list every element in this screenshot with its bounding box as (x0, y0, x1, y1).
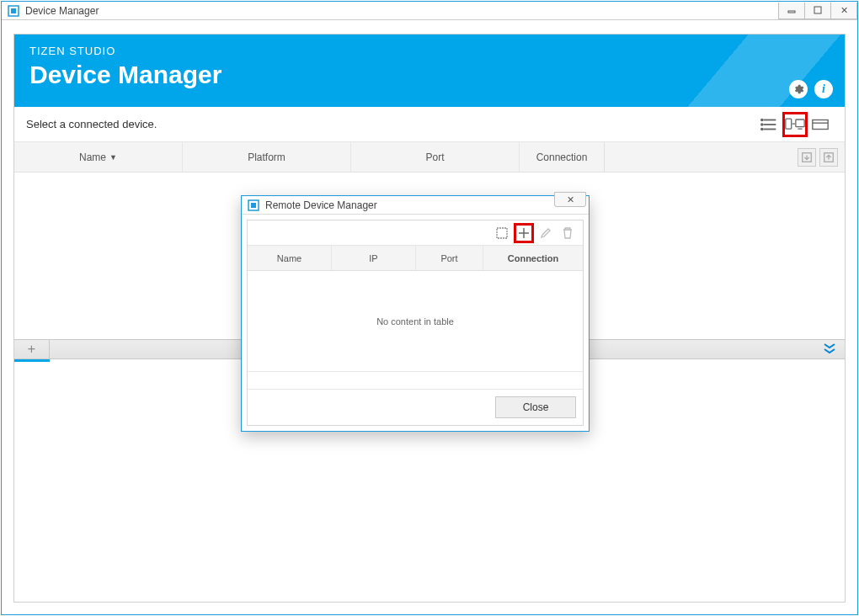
window-title: Device Manager (25, 5, 779, 17)
svg-rect-3 (814, 7, 821, 13)
table-side-buttons (605, 142, 845, 172)
svg-rect-12 (796, 119, 804, 127)
remote-device-dialog-wrap: ✕ Remote Device Manager (241, 192, 590, 432)
dialog-col-connection[interactable]: Connection (483, 246, 583, 270)
sort-caret-icon: ▼ (109, 153, 117, 162)
svg-rect-14 (813, 119, 828, 129)
add-tab-button[interactable]: + (14, 340, 50, 358)
dialog-col-ip[interactable]: IP (332, 246, 416, 270)
app-icon (7, 4, 20, 18)
dialog-body: Name IP Port Connection No content in ta… (247, 220, 584, 426)
dialog-col-port[interactable]: Port (416, 246, 483, 270)
list-view-icon[interactable] (757, 112, 782, 137)
toolbar: Select a connected device. (14, 107, 845, 142)
svg-rect-20 (497, 228, 507, 238)
svg-rect-19 (251, 203, 256, 208)
dialog-col-name[interactable]: Name (248, 246, 332, 270)
settings-button[interactable] (789, 80, 808, 98)
minimize-button[interactable] (778, 3, 805, 19)
emulator-manager-icon[interactable] (808, 112, 833, 137)
col-name[interactable]: Name ▼ (14, 142, 183, 172)
dialog-title: Remote Device Manager (265, 199, 377, 211)
export-icon[interactable] (819, 148, 838, 167)
active-tab-underline (14, 359, 50, 362)
dialog-toolbar (248, 220, 583, 246)
toolbar-prompt: Select a connected device. (26, 118, 157, 130)
remote-device-manager-button[interactable] (782, 112, 808, 137)
add-device-button[interactable] (514, 223, 534, 243)
dialog-footer: Close (248, 389, 583, 425)
remote-device-dialog: Remote Device Manager Name IP (241, 195, 590, 432)
svg-point-7 (761, 119, 763, 120)
svg-rect-1 (11, 8, 16, 13)
close-button[interactable]: ✕ (830, 3, 857, 19)
info-button[interactable]: i (814, 80, 833, 98)
dialog-app-icon (247, 199, 260, 212)
delete-device-icon[interactable] (558, 223, 578, 243)
titlebar: Device Manager ✕ (2, 2, 857, 20)
maximize-button[interactable] (804, 3, 831, 19)
import-icon[interactable] (798, 148, 816, 167)
svg-point-9 (761, 128, 763, 130)
scan-devices-icon[interactable] (492, 223, 512, 243)
hero-banner: TIZEN STUDIO Device Manager i (14, 35, 845, 107)
col-connection[interactable]: Connection (520, 142, 604, 172)
dialog-empty-text: No content in table (248, 271, 583, 372)
dialog-window-close-button[interactable]: ✕ (554, 192, 586, 207)
svg-rect-10 (786, 119, 792, 129)
svg-point-8 (761, 124, 763, 125)
edit-device-icon[interactable] (536, 223, 556, 243)
dialog-close-button[interactable]: Close (495, 396, 576, 418)
hero-title: Device Manager (29, 61, 830, 89)
window-buttons: ✕ (779, 3, 857, 19)
device-table-header: Name ▼ Platform Port Connection (14, 142, 845, 173)
hero-subtitle: TIZEN STUDIO (29, 45, 830, 57)
dialog-titlebar: Remote Device Manager (242, 196, 589, 215)
dialog-table-header: Name IP Port Connection (248, 246, 583, 271)
collapse-chevrons-icon[interactable] (823, 343, 836, 357)
svg-rect-2 (788, 11, 795, 13)
col-port[interactable]: Port (351, 142, 520, 172)
col-platform[interactable]: Platform (183, 142, 351, 172)
